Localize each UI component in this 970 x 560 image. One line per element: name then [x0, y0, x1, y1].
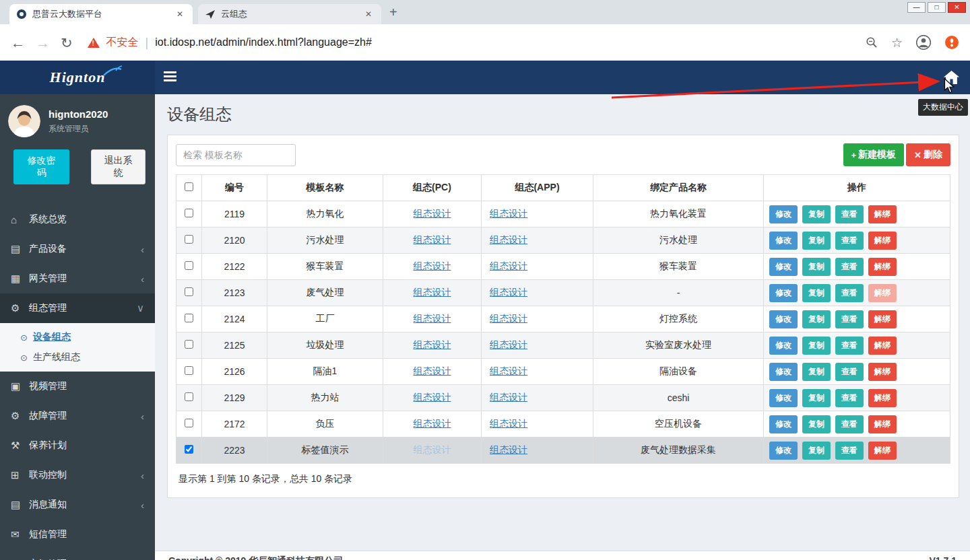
view-button[interactable]: 查看: [835, 363, 864, 381]
pc-config-link[interactable]: 组态设计: [414, 234, 451, 245]
sidebar-item[interactable]: ▣视频管理: [0, 372, 155, 401]
unbind-button[interactable]: 解绑: [868, 258, 897, 276]
row-checkbox[interactable]: [185, 235, 193, 244]
sidebar-item[interactable]: ✉短信管理: [0, 520, 155, 549]
app-config-link[interactable]: 组态设计: [490, 365, 527, 376]
sidebar-item[interactable]: ⚙组态管理∨: [0, 293, 155, 323]
copy-button[interactable]: 复制: [802, 337, 831, 355]
app-config-link[interactable]: 组态设计: [490, 313, 527, 324]
url-field[interactable]: 不安全 | iot.idosp.net/admin/index.html?lan…: [88, 36, 855, 50]
pc-config-link[interactable]: 组态设计: [414, 365, 451, 376]
table-row[interactable]: 2120 污水处理 组态设计 组态设计 污水处理 修改 复制 查看 解绑: [176, 228, 950, 254]
view-button[interactable]: 查看: [835, 232, 864, 250]
modify-button[interactable]: 修改: [769, 232, 798, 250]
app-config-link[interactable]: 组态设计: [490, 208, 527, 219]
pc-config-link[interactable]: 组态设计: [414, 444, 451, 455]
copy-button[interactable]: 复制: [802, 258, 831, 276]
table-row[interactable]: 2125 垃圾处理 组态设计 组态设计 实验室废水处理 修改 复制 查看 解绑: [176, 332, 950, 359]
restore-button[interactable]: □: [928, 2, 946, 13]
pc-config-link[interactable]: 组态设计: [414, 313, 451, 324]
view-button[interactable]: 查看: [835, 205, 864, 223]
modify-button[interactable]: 修改: [769, 310, 798, 328]
view-button[interactable]: 查看: [835, 284, 864, 302]
close-button[interactable]: ✕: [948, 2, 966, 13]
new-template-button[interactable]: +新建模板: [843, 143, 905, 166]
pc-config-link[interactable]: 组态设计: [414, 392, 451, 403]
table-row[interactable]: 2124 工厂 组态设计 组态设计 灯控系统 修改 复制 查看 解绑: [176, 306, 950, 332]
modify-button[interactable]: 修改: [769, 284, 798, 302]
new-tab-button[interactable]: +: [389, 5, 397, 20]
row-checkbox[interactable]: [185, 419, 193, 427]
forward-icon[interactable]: →: [36, 36, 50, 50]
bookmark-star-icon[interactable]: ☆: [891, 36, 903, 49]
unbind-button[interactable]: 解绑: [868, 205, 897, 223]
pc-config-link[interactable]: 组态设计: [414, 339, 451, 350]
app-logo[interactable]: Hignton: [0, 61, 155, 94]
view-button[interactable]: 查看: [835, 415, 864, 433]
sidebar-item[interactable]: ⚙故障管理‹: [0, 401, 155, 431]
unbind-button[interactable]: 解绑: [868, 363, 897, 381]
row-checkbox[interactable]: [185, 261, 193, 270]
row-checkbox[interactable]: [185, 392, 193, 401]
table-row[interactable]: 2172 负压 组态设计 组态设计 空压机设备 修改 复制 查看 解绑: [176, 411, 950, 438]
modify-button[interactable]: 修改: [769, 389, 798, 407]
row-checkbox[interactable]: [185, 314, 193, 322]
tab-close-icon[interactable]: ✕: [362, 8, 375, 20]
change-password-button[interactable]: 修改密码: [13, 149, 69, 184]
copy-button[interactable]: 复制: [802, 310, 831, 328]
select-all-checkbox[interactable]: [185, 182, 193, 191]
row-checkbox[interactable]: [185, 209, 193, 217]
view-button[interactable]: 查看: [835, 442, 864, 460]
sidebar-item[interactable]: ▦网关管理‹: [0, 264, 155, 293]
copy-button[interactable]: 复制: [802, 389, 831, 407]
view-button[interactable]: 查看: [835, 310, 864, 328]
app-config-link[interactable]: 组态设计: [490, 444, 527, 455]
unbind-button[interactable]: 解绑: [868, 389, 897, 407]
row-checkbox[interactable]: [185, 445, 193, 454]
app-config-link[interactable]: 组态设计: [490, 287, 527, 298]
delete-button[interactable]: ✕删除: [906, 143, 950, 166]
app-config-link[interactable]: 组态设计: [490, 260, 527, 271]
row-checkbox[interactable]: [185, 366, 193, 375]
copy-button[interactable]: 复制: [802, 232, 831, 250]
table-row[interactable]: 2123 废气处理 组态设计 组态设计 - 修改 复制 查看 解绑: [176, 280, 950, 306]
copy-button[interactable]: 复制: [802, 363, 831, 381]
search-input[interactable]: [176, 144, 296, 166]
home-icon[interactable]: [940, 69, 963, 89]
profile-icon[interactable]: [916, 35, 931, 50]
copy-button[interactable]: 复制: [802, 442, 831, 460]
modify-button[interactable]: 修改: [769, 205, 798, 223]
tab-close-icon[interactable]: ✕: [174, 8, 186, 20]
modify-button[interactable]: 修改: [769, 363, 798, 381]
sidebar-item[interactable]: ⌂系统总览: [0, 205, 155, 234]
modify-button[interactable]: 修改: [769, 442, 798, 460]
modify-button[interactable]: 修改: [769, 258, 798, 276]
table-row[interactable]: 2122 猴车装置 组态设计 组态设计 猴车装置 修改 复制 查看 解绑: [176, 254, 950, 280]
copy-button[interactable]: 复制: [802, 415, 831, 433]
sidebar-item[interactable]: ▦空间管理: [0, 549, 155, 560]
app-config-link[interactable]: 组态设计: [490, 392, 527, 403]
app-config-link[interactable]: 组态设计: [490, 418, 527, 429]
sidebar-subitem[interactable]: ⊙生产线组态: [0, 347, 155, 368]
modify-button[interactable]: 修改: [769, 415, 798, 433]
row-checkbox[interactable]: [185, 340, 193, 349]
copy-button[interactable]: 复制: [802, 284, 831, 302]
app-config-link[interactable]: 组态设计: [490, 234, 527, 245]
row-checkbox[interactable]: [185, 287, 193, 296]
back-icon[interactable]: ←: [11, 36, 25, 50]
view-button[interactable]: 查看: [835, 337, 864, 355]
unbind-button[interactable]: 解绑: [868, 310, 897, 328]
unbind-button[interactable]: 解绑: [868, 284, 897, 302]
logout-button[interactable]: 退出系统: [91, 149, 146, 184]
minimize-button[interactable]: —: [907, 2, 926, 13]
zoom-icon[interactable]: [866, 36, 878, 48]
pc-config-link[interactable]: 组态设计: [414, 208, 451, 219]
unbind-button[interactable]: 解绑: [868, 442, 897, 460]
hamburger-menu-icon[interactable]: [164, 71, 176, 83]
table-row[interactable]: 2223 标签值演示 组态设计 组态设计 废气处理数据采集 修改 复制 查看 解…: [176, 438, 950, 464]
pc-config-link[interactable]: 组态设计: [414, 418, 451, 429]
app-config-link[interactable]: 组态设计: [490, 339, 527, 350]
view-button[interactable]: 查看: [835, 258, 864, 276]
pc-config-link[interactable]: 组态设计: [414, 260, 451, 271]
sidebar-item[interactable]: ⚒保养计划: [0, 431, 155, 460]
